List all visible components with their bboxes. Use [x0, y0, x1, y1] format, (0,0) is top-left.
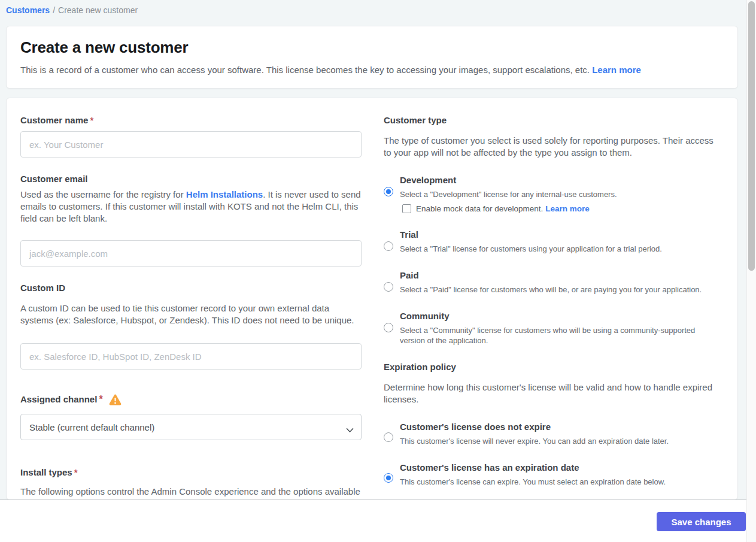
- footer-action-bar: [0, 499, 746, 542]
- customer-name-label: Customer name*: [20, 114, 362, 126]
- helm-installations-link[interactable]: Helm Installations: [186, 189, 263, 199]
- install-types-label: Install types*: [20, 467, 362, 479]
- vertical-scrollbar-track[interactable]: [746, 0, 756, 542]
- customer-type-description: The type of customer you select is used …: [384, 135, 716, 159]
- customer-email-description: Used as the username for the registry fo…: [20, 189, 362, 225]
- page-title: Create a new customer: [20, 38, 724, 56]
- required-asterisk: *: [74, 467, 78, 477]
- mock-data-checkbox[interactable]: [402, 204, 411, 213]
- option-description: Select a "Community" license for custome…: [400, 325, 716, 346]
- mock-data-checkbox-row: Enable mock data for development. Learn …: [400, 204, 716, 213]
- radio-license-has-expiration-date[interactable]: [384, 473, 393, 483]
- header-description-text: This is a record of a customer who can a…: [20, 65, 590, 75]
- header-card: Create a new customer This is a record o…: [6, 26, 738, 89]
- option-description: Select a "Trial" license for customers u…: [400, 244, 716, 254]
- option-title: Development: [400, 174, 716, 186]
- expiration-option-no-expire: Customer's license does not expire This …: [384, 421, 716, 446]
- customer-type-option-trial: Trial Select a "Trial" license for custo…: [384, 229, 716, 254]
- customer-email-label: Customer email: [20, 173, 362, 185]
- radio-license-does-not-expire[interactable]: [384, 432, 393, 442]
- header-learn-more-link[interactable]: Learn more: [592, 65, 641, 75]
- customer-type-options: Development Select a "Development" licen…: [384, 174, 716, 346]
- required-asterisk: *: [99, 394, 102, 405]
- option-description: This customer's license will never expir…: [400, 436, 716, 446]
- custom-id-label: Custom ID: [20, 282, 362, 294]
- customer-type-option-paid: Paid Select a "Paid" license for custome…: [384, 270, 716, 295]
- expiration-policy-heading: Expiration policy: [384, 361, 716, 373]
- install-types-description: The following options control the Admin …: [20, 486, 362, 500]
- assigned-channel-label-row: Assigned channel *: [20, 393, 362, 405]
- option-title: Trial: [400, 229, 716, 241]
- breadcrumb-separator: /: [53, 5, 55, 15]
- required-asterisk: *: [90, 115, 93, 125]
- warning-icon: [109, 394, 122, 405]
- option-description: This customer's license can expire. You …: [400, 477, 716, 487]
- custom-id-description: A custom ID can be used to tie this cust…: [20, 302, 362, 326]
- save-changes-button[interactable]: Save changes: [657, 512, 746, 531]
- option-title: Community: [400, 310, 716, 322]
- customer-type-option-development: Development Select a "Development" licen…: [384, 174, 716, 213]
- radio-development[interactable]: [384, 187, 393, 196]
- header-description: This is a record of a customer who can a…: [20, 64, 724, 76]
- option-title: Customer's license does not expire: [400, 421, 716, 433]
- mock-data-learn-more-link[interactable]: Learn more: [545, 204, 590, 213]
- breadcrumb: Customers/Create new customer: [6, 5, 138, 15]
- mock-data-checkbox-label: Enable mock data for development. Learn …: [416, 204, 590, 213]
- form-right-column: Customer type The type of customer you s…: [384, 114, 716, 500]
- radio-trial[interactable]: [384, 241, 393, 251]
- option-title: Customer's license has an expiration dat…: [400, 462, 716, 474]
- expiration-policy-description: Determine how long this customer's licen…: [384, 381, 716, 405]
- customer-type-option-community: Community Select a "Community" license f…: [384, 310, 716, 346]
- customer-email-input[interactable]: [20, 240, 362, 267]
- custom-id-input[interactable]: [20, 343, 362, 370]
- create-customer-form-card: Customer name* Customer email Used as th…: [6, 98, 738, 500]
- radio-community[interactable]: [384, 323, 393, 332]
- option-description: Select a "Development" license for any i…: [400, 189, 716, 199]
- option-title: Paid: [400, 270, 716, 281]
- customer-name-input[interactable]: [20, 131, 362, 158]
- customer-type-heading: Customer type: [384, 114, 716, 126]
- expiration-policy-options: Customer's license does not expire This …: [384, 421, 716, 487]
- radio-paid[interactable]: [384, 282, 393, 292]
- breadcrumb-current: Create new customer: [58, 5, 138, 15]
- assigned-channel-label: Assigned channel: [20, 393, 97, 405]
- assigned-channel-select-wrap: Stable (current default channel): [20, 414, 362, 440]
- vertical-scrollbar-thumb[interactable]: [748, 1, 755, 271]
- form-left-column: Customer name* Customer email Used as th…: [20, 114, 362, 500]
- option-description: Select a "Paid" license for customers wh…: [400, 284, 716, 295]
- assigned-channel-select[interactable]: Stable (current default channel): [20, 414, 362, 440]
- breadcrumb-link-customers[interactable]: Customers: [6, 5, 50, 15]
- expiration-option-has-expiration: Customer's license has an expiration dat…: [384, 462, 716, 487]
